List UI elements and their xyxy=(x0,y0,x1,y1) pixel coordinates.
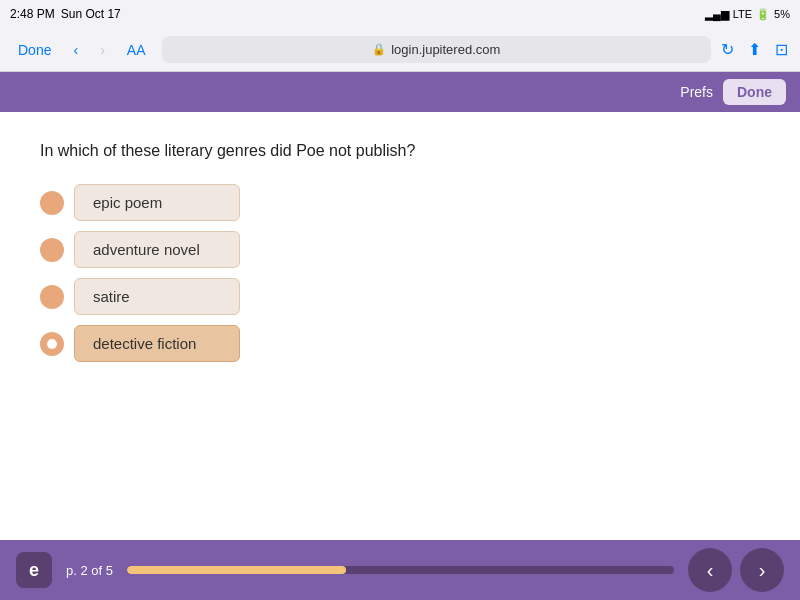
browser-actions: ↻ ⬆ ⊡ xyxy=(721,40,788,59)
option-4[interactable]: detective fiction xyxy=(40,325,240,362)
option-3[interactable]: satire xyxy=(40,278,240,315)
radio-4[interactable] xyxy=(40,332,64,356)
next-button[interactable]: › xyxy=(740,548,784,592)
lte-label: LTE xyxy=(733,8,752,20)
radio-3[interactable] xyxy=(40,285,64,309)
status-bar: 2:48 PM Sun Oct 17 ▂▄▆ LTE 🔋 5% xyxy=(0,0,800,28)
nav-buttons: ‹ › xyxy=(688,548,784,592)
bottom-bar: e p. 2 of 5 ‹ › xyxy=(0,540,800,600)
option-label-3: satire xyxy=(74,278,240,315)
option-2[interactable]: adventure novel xyxy=(40,231,240,268)
prefs-button[interactable]: Prefs xyxy=(680,84,713,100)
prev-button[interactable]: ‹ xyxy=(688,548,732,592)
purple-toolbar: Prefs Done xyxy=(0,72,800,112)
url-bar: 🔒 login.jupitered.com xyxy=(162,36,712,63)
main-content: In which of these literary genres did Po… xyxy=(0,112,800,392)
option-label-1: epic poem xyxy=(74,184,240,221)
option-1[interactable]: epic poem xyxy=(40,184,240,221)
option-label-2: adventure novel xyxy=(74,231,240,268)
battery-icon: 🔋 xyxy=(756,8,770,21)
question-text: In which of these literary genres did Po… xyxy=(40,142,760,160)
done-button[interactable]: Done xyxy=(12,38,57,62)
browser-bar: Done ‹ › AA 🔒 login.jupitered.com ↻ ⬆ ⊡ xyxy=(0,28,800,72)
back-button[interactable]: ‹ xyxy=(67,38,84,62)
radio-1[interactable] xyxy=(40,191,64,215)
share-icon[interactable]: ⬆ xyxy=(748,40,761,59)
url-text: login.jupitered.com xyxy=(391,42,500,57)
toolbar-done-button[interactable]: Done xyxy=(723,79,786,105)
status-time: 2:48 PM xyxy=(10,7,55,21)
radio-2[interactable] xyxy=(40,238,64,262)
option-label-4: detective fiction xyxy=(74,325,240,362)
reload-icon[interactable]: ↻ xyxy=(721,40,734,59)
page-label: p. 2 of 5 xyxy=(66,563,113,578)
forward-button[interactable]: › xyxy=(94,38,111,62)
lock-icon: 🔒 xyxy=(372,43,386,56)
status-date: Sun Oct 17 xyxy=(61,7,121,21)
signal-icon: ▂▄▆ xyxy=(705,8,729,21)
battery-percent: 5% xyxy=(774,8,790,20)
bookmark-icon[interactable]: ⊡ xyxy=(775,40,788,59)
progress-bar-fill xyxy=(127,566,346,574)
progress-bar-container xyxy=(127,566,674,574)
answer-options: epic poem adventure novel satire detecti… xyxy=(40,184,760,362)
text-size-button[interactable]: AA xyxy=(121,38,152,62)
e-logo: e xyxy=(16,552,52,588)
